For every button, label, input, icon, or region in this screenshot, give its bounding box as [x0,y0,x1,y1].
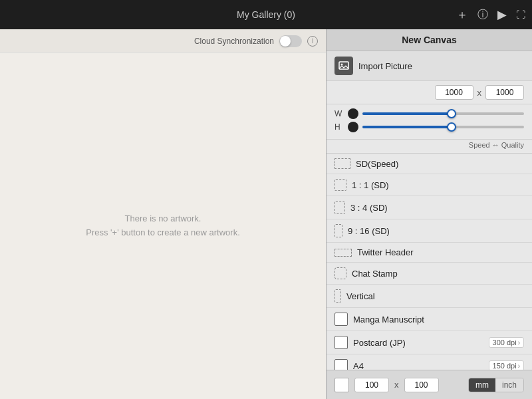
right-panel: New Canvas Import Picture x [326,29,532,399]
preset-checkbox-a4 [334,359,348,370]
import-picture-button[interactable]: Import Picture [327,51,532,81]
preset-checkbox-9-16-sd [334,224,342,237]
preset-twitter-header[interactable]: Twitter Header [327,243,532,263]
preset-chat-stamp[interactable]: Chat Stamp [327,263,532,285]
cloud-sync-bar: Cloud Synchronization i [0,29,326,53]
bottom-height-input[interactable] [404,378,439,392]
preset-label-a4: A4 [353,361,483,370]
dpi-badge-a4: 150 dpi › [489,360,524,370]
preset-a4[interactable]: A4 150 dpi › [327,354,532,370]
preset-3-4-sd[interactable]: 3 : 4 (SD) [327,196,532,219]
preset-label-3-4-sd: 3 : 4 (SD) [350,203,524,213]
speed-quality-row: Speed ↔ Quality [327,140,532,154]
width-slider-track[interactable] [362,112,524,115]
height-slider-fill [362,126,452,128]
cloud-sync-label: Cloud Synchronization [194,37,274,46]
preset-label-manga-manuscript: Manga Manuscript [353,315,524,325]
preset-label-sd-speed: SD(Speed) [356,159,524,169]
preset-label-1-1-sd: 1 : 1 (SD) [352,180,524,190]
preset-9-16-sd[interactable]: 9 : 16 (SD) [327,219,532,243]
preset-checkbox-twitter-header [334,249,352,257]
dimensions-row: x [327,81,532,104]
width-input[interactable] [435,85,473,100]
preset-label-vertical: Vertical [346,291,524,301]
empty-state: There is no artwork. Press '+' button to… [0,53,326,399]
preset-checkbox-manga-manuscript [334,313,348,326]
preset-label-postcard-jp: Postcard (JP) [353,338,483,348]
bottom-checkbox[interactable] [334,378,349,392]
presets-list: SD(Speed) 1 : 1 (SD) 3 : 4 (SD) 9 : 16 (… [327,154,532,370]
width-slider-fill [362,112,452,115]
top-bar-actions: ＋ ⓘ ▶ ⛶ [456,7,525,23]
gallery-title: My Gallery (0) [237,9,295,20]
dpi-badge-postcard-jp: 300 dpi › [489,337,524,348]
bottom-separator: x [394,380,399,390]
preset-vertical[interactable]: Vertical [327,285,532,308]
height-input[interactable] [485,85,524,100]
preset-checkbox-sd-speed [334,158,350,169]
top-bar: My Gallery (0) ＋ ⓘ ▶ ⛶ [0,0,532,29]
dimension-separator: x [477,88,482,98]
width-slider-label: W [334,109,344,118]
preset-label-twitter-header: Twitter Header [357,247,524,257]
unit-mm-button[interactable]: mm [469,378,495,392]
bottom-bar: x mm inch [327,370,532,399]
preset-sd-speed[interactable]: SD(Speed) [327,154,532,174]
preset-checkbox-1-1-sd [334,179,346,191]
panel-content: Import Picture x W H [327,51,532,370]
left-panel: Cloud Synchronization i There is no artw… [0,29,326,399]
preset-checkbox-postcard-jp [334,336,348,349]
width-slider-dot [348,108,358,119]
add-icon[interactable]: ＋ [456,7,468,23]
height-slider-dot [348,122,358,132]
preset-checkbox-vertical [334,289,341,303]
width-slider-thumb [447,109,456,118]
bottom-width-input[interactable] [354,378,389,392]
width-slider-row: W [334,108,524,119]
cloud-sync-info-icon[interactable]: i [307,36,318,47]
height-slider-thumb [447,122,456,132]
sliders-section: W H [327,104,532,140]
preset-checkbox-chat-stamp [334,267,346,279]
no-artwork-message: There is no artwork. Press '+' button to… [86,212,240,240]
play-icon[interactable]: ▶ [497,7,507,22]
import-picture-icon [334,57,353,75]
cloud-sync-toggle[interactable] [279,35,302,47]
unit-inch-button[interactable]: inch [495,378,523,392]
chevron-right-icon: › [518,362,520,370]
preset-label-9-16-sd: 9 : 16 (SD) [348,226,524,236]
main-layout: Cloud Synchronization i There is no artw… [0,29,532,399]
preset-postcard-jp[interactable]: Postcard (JP) 300 dpi › [327,331,532,354]
import-picture-label: Import Picture [358,61,412,71]
preset-label-chat-stamp: Chat Stamp [352,269,524,279]
toggle-knob [280,36,291,47]
height-slider-track[interactable] [362,126,524,128]
svg-point-1 [341,64,343,66]
height-slider-label: H [334,122,344,132]
expand-icon[interactable]: ⛶ [516,9,525,20]
preset-1-1-sd[interactable]: 1 : 1 (SD) [327,174,532,196]
speed-quality-label: Speed ↔ Quality [469,141,524,149]
preset-manga-manuscript[interactable]: Manga Manuscript [327,308,532,331]
info-icon[interactable]: ⓘ [477,8,488,22]
unit-selector: mm inch [468,378,524,392]
chevron-right-icon: › [518,339,520,346]
panel-header: New Canvas [327,29,532,51]
preset-checkbox-3-4-sd [334,201,345,214]
height-slider-row: H [334,122,524,132]
